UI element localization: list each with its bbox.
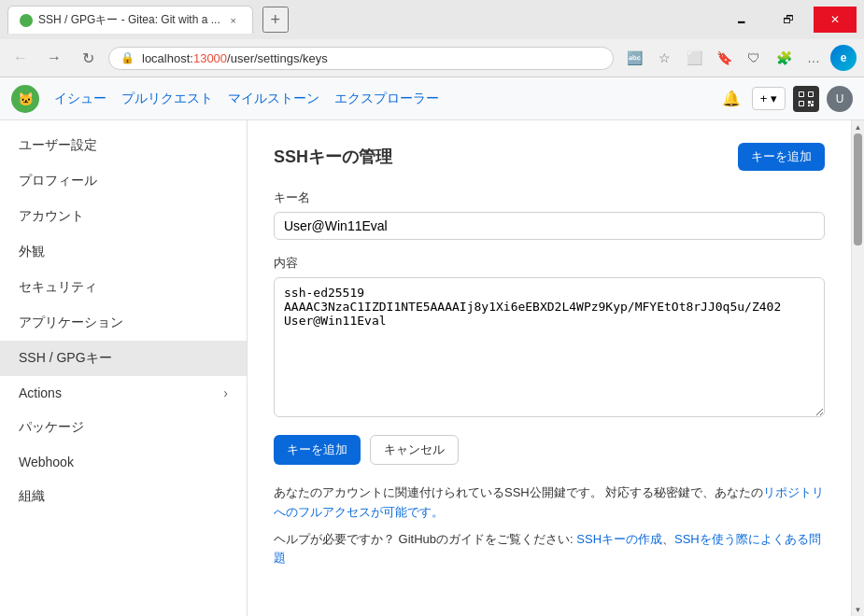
- minimize-button[interactable]: 🗕: [720, 7, 763, 33]
- menu-icon[interactable]: …: [800, 45, 827, 71]
- new-tab-button[interactable]: +: [262, 7, 289, 33]
- svg-rect-7: [812, 101, 814, 103]
- sidebar: ユーザー設定 プロフィール アカウント 外観 セキュリティ アプリケーション S…: [0, 120, 248, 616]
- svg-rect-9: [811, 104, 814, 106]
- chevron-right-icon: ›: [223, 385, 228, 400]
- url-bar[interactable]: 🔒 localhost:13000/user/settings/keys: [108, 47, 614, 70]
- content-label: 内容: [274, 255, 825, 272]
- sidebar-item-webhook[interactable]: Webhook: [0, 445, 247, 479]
- key-name-input[interactable]: [274, 212, 825, 240]
- translate-icon[interactable]: 🔤: [621, 45, 647, 71]
- title-bar: SSH / GPGキー - Gitea: Git with a ... × + …: [0, 0, 864, 39]
- sidebar-item-applications[interactable]: アプリケーション: [0, 305, 247, 341]
- help-text: ヘルプが必要ですか？ GitHubのガイドをご覧ください: SSHキーの作成、S…: [274, 530, 825, 569]
- sidebar-item-user-settings[interactable]: ユーザー設定: [0, 128, 247, 163]
- split-icon[interactable]: ⬜: [681, 45, 707, 71]
- tab-close-btn[interactable]: ×: [226, 13, 241, 28]
- content-textarea[interactable]: ssh-ed25519 AAAAC3NzaC1IZDI1NTE5AAAAIj8y…: [274, 277, 825, 417]
- nav-issues[interactable]: イシュー: [54, 91, 106, 107]
- sidebar-item-packages[interactable]: パッケージ: [0, 410, 247, 445]
- svg-rect-6: [808, 101, 811, 104]
- scroll-down-arrow[interactable]: ▼: [852, 603, 864, 616]
- extensions-icon[interactable]: 🧩: [771, 45, 797, 71]
- content-group: 内容 ssh-ed25519 AAAAC3NzaC1IZDI1NTE5AAAAI…: [274, 255, 825, 420]
- app-header: 🐱 イシュー プルリクエスト マイルストーン エクスプローラー 🔔 + ▾ U: [0, 77, 864, 120]
- form-actions: キーを追加 キャンセル: [274, 435, 825, 465]
- url-text: localhost:13000/user/settings/keys: [142, 51, 602, 65]
- info-text: あなたのアカウントに関連付けられているSSH公開鍵です。 対応する秘密鍵で、あな…: [274, 483, 825, 523]
- add-button[interactable]: + ▾: [752, 87, 786, 110]
- sidebar-item-account[interactable]: アカウント: [0, 199, 247, 234]
- svg-rect-3: [809, 92, 813, 96]
- key-name-group: キー名: [274, 189, 825, 240]
- app-logo[interactable]: 🐱: [11, 85, 39, 113]
- sidebar-item-appearance[interactable]: 外観: [0, 234, 247, 270]
- tab-title: SSH / GPGキー - Gitea: Git with a ...: [38, 12, 220, 28]
- qr-icon[interactable]: [793, 86, 819, 112]
- shield-icon[interactable]: 🛡: [741, 45, 767, 71]
- key-name-label: キー名: [274, 189, 825, 206]
- page-wrapper: SSH / GPGキー - Gitea: Git with a ... × + …: [0, 0, 864, 616]
- section-title: SSHキーの管理: [274, 146, 392, 168]
- favorites-icon[interactable]: ☆: [651, 45, 677, 71]
- close-button[interactable]: ✕: [814, 7, 857, 33]
- app-nav: イシュー プルリクエスト マイルストーン エクスプローラー: [54, 91, 703, 107]
- ssh-create-link[interactable]: SSHキーの作成: [576, 532, 662, 546]
- header-actions: 🔔 + ▾ U: [718, 86, 853, 112]
- svg-rect-5: [800, 102, 803, 105]
- scroll-thumb[interactable]: [854, 133, 862, 245]
- address-actions: 🔤 ☆ ⬜ 🔖 🛡 🧩 … e: [621, 45, 857, 71]
- forward-button[interactable]: →: [41, 45, 67, 71]
- sidebar-item-security[interactable]: セキュリティ: [0, 270, 247, 305]
- add-key-header-button[interactable]: キーを追加: [738, 143, 825, 171]
- scroll-track: [852, 133, 864, 603]
- lock-icon: 🔒: [120, 51, 135, 64]
- sidebar-item-ssh-gpg[interactable]: SSH / GPGキー: [0, 341, 247, 376]
- cancel-button[interactable]: キャンセル: [370, 435, 459, 465]
- tab-favicon: [20, 14, 33, 27]
- sidebar-item-organization[interactable]: 組織: [0, 479, 247, 514]
- refresh-button[interactable]: ↻: [75, 45, 101, 71]
- nav-pullrequest[interactable]: プルリクエスト: [121, 91, 213, 107]
- content-area: SSHキーの管理 キーを追加 キー名 内容 ssh-ed25519 AAAAC3…: [248, 120, 851, 616]
- right-scrollbar: ▲ ▼: [851, 120, 864, 616]
- avatar[interactable]: U: [827, 86, 853, 112]
- nav-explorer[interactable]: エクスプローラー: [334, 91, 439, 107]
- edge-logo: e: [830, 45, 857, 71]
- restore-button[interactable]: 🗗: [767, 7, 810, 33]
- notifications-icon[interactable]: 🔔: [718, 86, 744, 112]
- bookmark-icon[interactable]: 🔖: [711, 45, 737, 71]
- main-layout: ユーザー設定 プロフィール アカウント 外観 セキュリティ アプリケーション S…: [0, 120, 864, 616]
- window-controls: 🗕 🗗 ✕: [720, 7, 857, 33]
- address-bar: ← → ↻ 🔒 localhost:13000/user/settings/ke…: [0, 39, 864, 77]
- sidebar-item-profile[interactable]: プロフィール: [0, 163, 247, 199]
- back-button[interactable]: ←: [7, 45, 34, 71]
- submit-key-button[interactable]: キーを追加: [274, 435, 361, 465]
- svg-rect-1: [800, 92, 803, 96]
- nav-milestones[interactable]: マイルストーン: [228, 91, 319, 107]
- sidebar-item-actions[interactable]: Actions ›: [0, 376, 247, 410]
- scroll-up-arrow[interactable]: ▲: [852, 120, 864, 133]
- svg-rect-8: [808, 105, 810, 106]
- section-header: SSHキーの管理 キーを追加: [274, 143, 825, 171]
- tab[interactable]: SSH / GPGキー - Gitea: Git with a ... ×: [7, 6, 253, 34]
